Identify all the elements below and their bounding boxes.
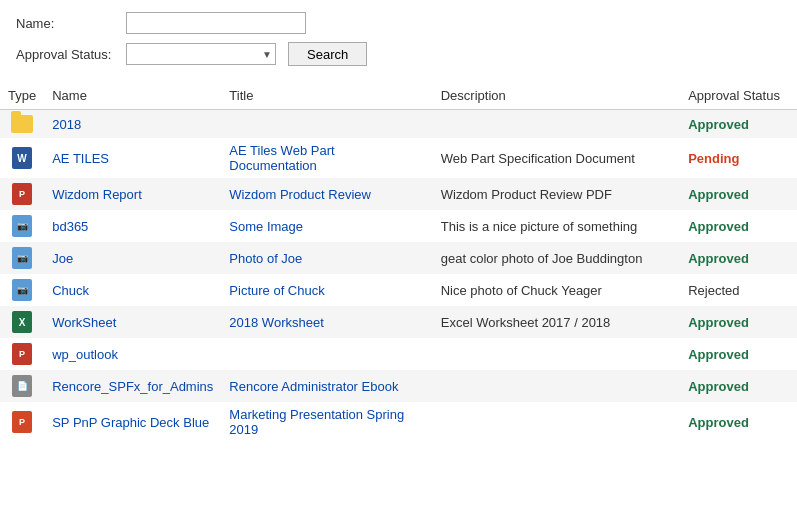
approval-status-select[interactable]: Approved Pending Rejected <box>126 43 276 65</box>
name-link[interactable]: AE TILES <box>52 151 109 166</box>
title-cell: Wizdom Product Review <box>221 178 432 210</box>
col-header-approval-status: Approval Status <box>680 82 797 110</box>
title-cell <box>221 110 432 139</box>
approval-status-select-wrap: Approved Pending Rejected ▼ <box>126 43 276 65</box>
title-link[interactable]: Wizdom Product Review <box>229 187 371 202</box>
name-label: Name: <box>16 16 126 31</box>
name-cell: Wizdom Report <box>44 178 221 210</box>
name-row: Name: <box>16 12 781 34</box>
description-cell: geat color photo of Joe Buddington <box>433 242 680 274</box>
type-cell: 📷 <box>0 242 44 274</box>
name-input[interactable] <box>126 12 306 34</box>
name-link[interactable]: bd365 <box>52 219 88 234</box>
description-cell <box>433 110 680 139</box>
col-header-description: Description <box>433 82 680 110</box>
approval-status-label: Approval Status: <box>16 47 126 62</box>
image-icon: 📷 <box>12 279 32 301</box>
name-link[interactable]: Rencore_SPFx_for_Admins <box>52 379 213 394</box>
title-link[interactable]: 2018 Worksheet <box>229 315 323 330</box>
name-link[interactable]: WorkSheet <box>52 315 116 330</box>
name-cell: AE TILES <box>44 138 221 178</box>
title-link[interactable]: Some Image <box>229 219 303 234</box>
type-cell: W <box>0 138 44 178</box>
type-cell: 📄 <box>0 370 44 402</box>
name-cell: 2018 <box>44 110 221 139</box>
type-cell: 📷 <box>0 274 44 306</box>
word-icon: W <box>12 147 32 169</box>
type-cell: X <box>0 306 44 338</box>
table-row: 📷ChuckPicture of ChuckNice photo of Chuc… <box>0 274 797 306</box>
title-cell: Some Image <box>221 210 432 242</box>
name-cell: Joe <box>44 242 221 274</box>
title-cell: 2018 Worksheet <box>221 306 432 338</box>
title-cell: Marketing Presentation Spring 2019 <box>221 402 432 442</box>
title-link[interactable]: Rencore Administrator Ebook <box>229 379 398 394</box>
filter-form: Name: Approval Status: Approved Pending … <box>0 0 797 82</box>
name-link[interactable]: Chuck <box>52 283 89 298</box>
status-cell: Approved <box>680 110 797 139</box>
table-row: 📄Rencore_SPFx_for_AdminsRencore Administ… <box>0 370 797 402</box>
col-header-title: Title <box>221 82 432 110</box>
title-link[interactable]: Marketing Presentation Spring 2019 <box>229 407 404 437</box>
type-cell <box>0 110 44 139</box>
name-cell: wp_outlook <box>44 338 221 370</box>
title-cell <box>221 338 432 370</box>
type-cell: 📷 <box>0 210 44 242</box>
col-header-name: Name <box>44 82 221 110</box>
image-icon: 📷 <box>12 247 32 269</box>
description-cell <box>433 402 680 442</box>
name-link[interactable]: wp_outlook <box>52 347 118 362</box>
status-cell: Approved <box>680 370 797 402</box>
name-link[interactable]: Joe <box>52 251 73 266</box>
status-cell: Approved <box>680 210 797 242</box>
name-link[interactable]: 2018 <box>52 117 81 132</box>
pdf-icon: P <box>12 183 32 205</box>
name-link[interactable]: Wizdom Report <box>52 187 142 202</box>
description-cell: Web Part Specification Document <box>433 138 680 178</box>
status-cell: Approved <box>680 178 797 210</box>
title-link[interactable]: Photo of Joe <box>229 251 302 266</box>
description-cell <box>433 370 680 402</box>
search-button[interactable]: Search <box>288 42 367 66</box>
title-cell: Photo of Joe <box>221 242 432 274</box>
table-row: PSP PnP Graphic Deck BlueMarketing Prese… <box>0 402 797 442</box>
name-cell: SP PnP Graphic Deck Blue <box>44 402 221 442</box>
name-cell: WorkSheet <box>44 306 221 338</box>
description-cell <box>433 338 680 370</box>
ppt-icon: P <box>12 411 32 433</box>
status-cell: Approved <box>680 402 797 442</box>
status-cell: Approved <box>680 338 797 370</box>
table-header-row: Type Name Title Description Approval Sta… <box>0 82 797 110</box>
excel-icon: X <box>12 311 32 333</box>
folder-icon <box>11 115 33 133</box>
title-link[interactable]: Picture of Chuck <box>229 283 324 298</box>
col-header-type: Type <box>0 82 44 110</box>
description-cell: Wizdom Product Review PDF <box>433 178 680 210</box>
table-row: PWizdom ReportWizdom Product ReviewWizdo… <box>0 178 797 210</box>
status-cell: Approved <box>680 306 797 338</box>
table-row: 📷JoePhoto of Joegeat color photo of Joe … <box>0 242 797 274</box>
table-row: XWorkSheet2018 WorksheetExcel Worksheet … <box>0 306 797 338</box>
title-cell: Rencore Administrator Ebook <box>221 370 432 402</box>
generic-icon: 📄 <box>12 375 32 397</box>
type-cell: P <box>0 402 44 442</box>
table-row: 2018Approved <box>0 110 797 139</box>
type-cell: P <box>0 338 44 370</box>
title-link[interactable]: AE Tiles Web Part Documentation <box>229 143 334 173</box>
table-row: Pwp_outlookApproved <box>0 338 797 370</box>
table-row: 📷bd365Some ImageThis is a nice picture o… <box>0 210 797 242</box>
status-cell: Pending <box>680 138 797 178</box>
title-cell: Picture of Chuck <box>221 274 432 306</box>
description-cell: This is a nice picture of something <box>433 210 680 242</box>
name-cell: Rencore_SPFx_for_Admins <box>44 370 221 402</box>
table-row: WAE TILESAE Tiles Web Part Documentation… <box>0 138 797 178</box>
name-link[interactable]: SP PnP Graphic Deck Blue <box>52 415 209 430</box>
title-cell: AE Tiles Web Part Documentation <box>221 138 432 178</box>
type-cell: P <box>0 178 44 210</box>
image-icon: 📷 <box>12 215 32 237</box>
name-cell: bd365 <box>44 210 221 242</box>
status-cell: Approved <box>680 242 797 274</box>
name-cell: Chuck <box>44 274 221 306</box>
description-cell: Nice photo of Chuck Yeager <box>433 274 680 306</box>
results-table: Type Name Title Description Approval Sta… <box>0 82 797 442</box>
